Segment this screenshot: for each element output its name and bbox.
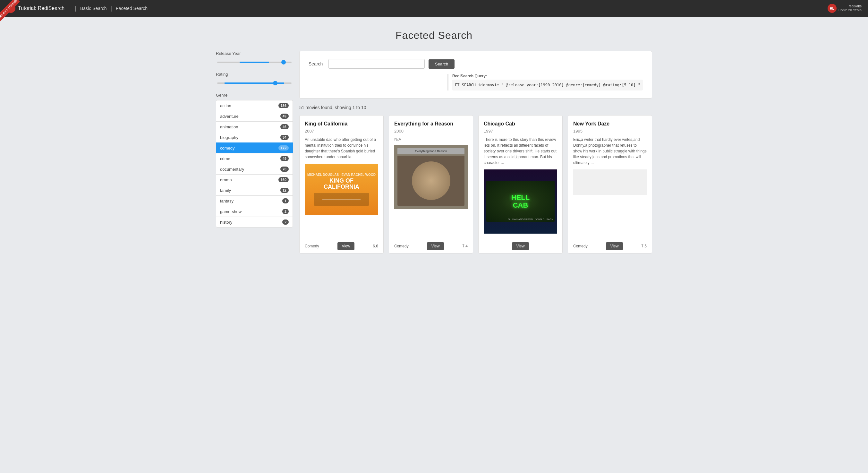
movie-sub-year: N/A (394, 137, 468, 142)
nav-faceted-search[interactable]: Faceted Search (116, 6, 148, 11)
movie-year: 1997 (484, 129, 557, 134)
separator-1: | (75, 5, 76, 12)
movie-genre: Comedy (394, 244, 409, 248)
movie-title: New York Daze (573, 121, 647, 127)
page-title-area: Faceted Search (0, 17, 868, 51)
genre-count: 172 (278, 145, 289, 150)
movie-card-footer: View (478, 239, 562, 253)
search-row: Search Search (309, 59, 643, 69)
movie-card-footer: Comedy View 7.5 (568, 239, 652, 253)
genre-item-drama[interactable]: drama 160 (216, 174, 293, 185)
view-button[interactable]: View (337, 242, 355, 250)
genre-count: 2 (282, 219, 289, 225)
main-content: Search Search RediSearch Query: FT.SEARC… (299, 51, 652, 254)
redis-icon: R (6, 4, 16, 13)
rating-label: Rating (216, 72, 293, 77)
movie-description: There is more to this story than this re… (484, 137, 557, 166)
genre-item-history[interactable]: history 2 (216, 216, 293, 228)
genre-count: 2 (282, 209, 289, 214)
genre-item-documentary[interactable]: documentary 70 (216, 164, 293, 174)
movies-grid: King of California 2007 An unstable dad … (299, 115, 652, 254)
movie-card-body: King of California 2007 An unstable dad … (300, 116, 383, 239)
app-logo: R Tutorial: RediSearch (6, 4, 64, 13)
genre-count: 34 (280, 135, 289, 140)
movie-year: 2007 (305, 129, 378, 134)
movie-card-footer: Comedy View 6.6 (300, 239, 383, 253)
movie-card: Chicago Cab 1997 There is more to this s… (478, 115, 563, 254)
genre-item-biography[interactable]: biography 34 (216, 132, 293, 143)
sidebar: Release Year Rating Genre action 186 adv… (216, 51, 293, 254)
main-layout: Release Year Rating Genre action 186 adv… (210, 51, 658, 266)
movie-card: Everything for a Reason 2000 N/A Everyth… (389, 115, 473, 254)
genre-name: fantasy (220, 199, 234, 203)
genre-item-animation[interactable]: animation 46 (216, 121, 293, 132)
release-year-label: Release Year (216, 51, 293, 56)
movie-year: 1995 (573, 129, 647, 134)
movie-card: King of California 2007 An unstable dad … (299, 115, 384, 254)
release-year-slider-container (216, 58, 293, 64)
header-nav: | Basic Search | Faceted Search (71, 5, 148, 12)
nav-basic-search[interactable]: Basic Search (80, 6, 106, 11)
genre-item-crime[interactable]: crime 49 (216, 153, 293, 164)
search-input[interactable] (329, 59, 425, 69)
release-year-slider[interactable] (217, 62, 291, 63)
genre-count: 46 (280, 124, 289, 129)
genre-item-adventure[interactable]: adventure 49 (216, 111, 293, 121)
movie-description: Eric,a writer that hardly ever writes,an… (573, 137, 647, 166)
movie-title: King of California (305, 121, 378, 127)
app-title: Tutorial: RediSearch (18, 5, 64, 11)
genre-item-action[interactable]: action 186 (216, 100, 293, 111)
movie-description: An unstable dad who after getting out of… (305, 137, 378, 160)
redislabs-icon: RL (828, 4, 837, 13)
genre-name: history (220, 220, 232, 225)
genre-name: adventure (220, 114, 239, 119)
genre-count: 49 (280, 156, 289, 161)
rating-slider[interactable] (217, 83, 291, 84)
query-code: FT.SEARCH idx:movie " @release_year:[199… (452, 80, 643, 90)
genre-item-fantasy[interactable]: fantasy 1 (216, 196, 293, 206)
genre-name: crime (220, 156, 230, 161)
redislabs-logo: RL redislabsHOME OF REDIS (828, 4, 862, 13)
movie-title: Everything for a Reason (394, 121, 468, 127)
movie-card-body: New York Daze 1995 Eric,a writer that ha… (568, 116, 652, 239)
search-panel: Search Search RediSearch Query: FT.SEARC… (299, 51, 652, 98)
genre-item-family[interactable]: family 12 (216, 185, 293, 196)
genre-name: action (220, 103, 231, 108)
genre-count: 186 (278, 103, 289, 108)
movie-card-footer: Comedy View 7.4 (389, 239, 473, 253)
movie-card: New York Daze 1995 Eric,a writer that ha… (568, 115, 652, 254)
query-label: RediSearch Query: (452, 74, 643, 78)
redislabs-label: redislabsHOME OF REDIS (838, 4, 862, 12)
search-button[interactable]: Search (429, 59, 455, 69)
movie-rating: 6.6 (373, 244, 378, 248)
genre-count: 12 (280, 188, 289, 193)
rating-slider-container (216, 79, 293, 85)
view-button[interactable]: View (427, 242, 444, 250)
view-button[interactable]: View (606, 242, 623, 250)
query-section: RediSearch Query: FT.SEARCH idx:movie " … (447, 74, 643, 90)
genre-title: Genre (216, 93, 293, 97)
movie-card-body: Everything for a Reason 2000 N/A Everyth… (389, 116, 473, 239)
genre-list: action 186 adventure 49 animation 46 bio… (216, 100, 293, 228)
release-year-filter: Release Year (216, 51, 293, 64)
separator-2: | (110, 5, 112, 12)
genre-name: animation (220, 124, 238, 129)
movie-genre: Comedy (573, 244, 588, 248)
movie-genre: Comedy (305, 244, 319, 248)
movie-rating: 7.5 (641, 244, 647, 248)
genre-item-game-show[interactable]: game-show 2 (216, 206, 293, 216)
genre-item-comedy[interactable]: comedy 172 (216, 143, 293, 153)
rating-filter: Rating (216, 72, 293, 85)
movie-title: Chicago Cab (484, 121, 557, 127)
view-button[interactable]: View (512, 242, 529, 250)
genre-name: documentary (220, 167, 244, 172)
genre-name: comedy (220, 146, 235, 150)
movie-card-body: Chicago Cab 1997 There is more to this s… (478, 116, 562, 239)
genre-name: game-show (220, 209, 242, 214)
genre-filter: Genre action 186 adventure 49 animation … (216, 93, 293, 228)
genre-count: 49 (280, 114, 289, 119)
genre-name: family (220, 188, 231, 193)
genre-name: drama (220, 177, 232, 182)
genre-name: biography (220, 135, 238, 140)
header: R Tutorial: RediSearch | Basic Search | … (0, 0, 868, 17)
